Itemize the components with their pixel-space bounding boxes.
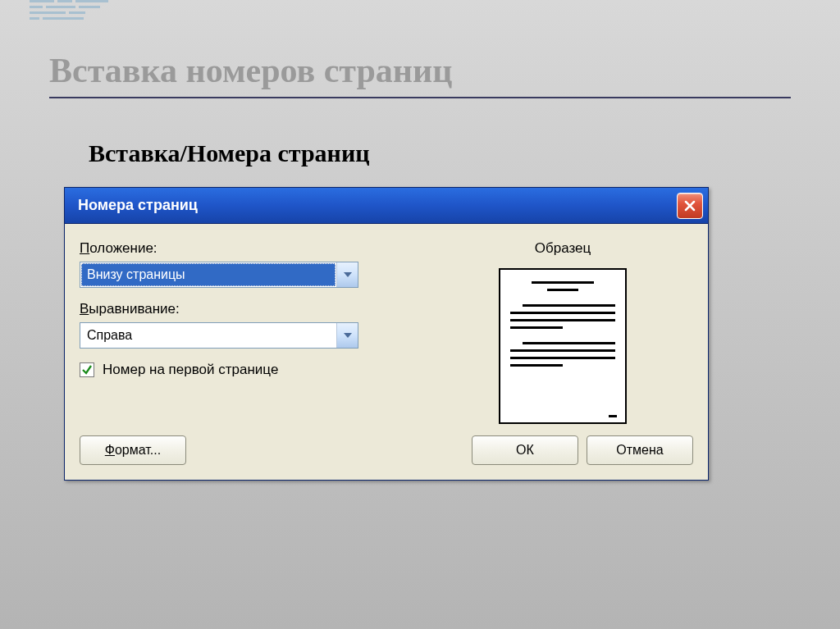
alignment-label: Выравнивание:: [80, 301, 383, 317]
ok-button[interactable]: ОК: [472, 435, 578, 465]
position-value: Внизу страницы: [81, 263, 336, 286]
slide-header: Вставка номеров страниц: [49, 51, 791, 98]
dialog-button-row: Формат... ОК Отмена: [80, 435, 693, 465]
first-page-checkbox[interactable]: [80, 362, 94, 377]
chevron-down-icon: [344, 272, 352, 277]
format-button[interactable]: Формат...: [80, 435, 186, 465]
dialog-title: Номера страниц: [70, 197, 677, 214]
alignment-value: Справа: [80, 323, 336, 348]
position-label: Положение:: [80, 240, 383, 257]
position-dropdown-arrow[interactable]: [336, 262, 358, 287]
preview-page: [499, 268, 627, 424]
right-column: Образец: [383, 240, 693, 424]
first-page-checkbox-row[interactable]: Номер на первой странице: [80, 362, 383, 378]
chevron-down-icon: [344, 333, 352, 338]
dialog-titlebar[interactable]: Номера страниц: [65, 188, 708, 224]
checkmark-icon: [81, 364, 93, 376]
first-page-checkbox-label: Номер на первой странице: [103, 362, 278, 378]
page-numbers-dialog: Номера страниц Положение: Внизу страницы…: [64, 187, 709, 481]
slide-divider: [49, 97, 791, 98]
alignment-dropdown-arrow[interactable]: [336, 323, 358, 348]
cancel-button[interactable]: Отмена: [587, 435, 693, 465]
decorative-header-lines: [30, 0, 120, 28]
left-column: Положение: Внизу страницы Выравнивание: …: [80, 240, 383, 424]
slide-subtitle: Вставка/Номера страниц: [89, 139, 369, 167]
position-combobox[interactable]: Внизу страницы: [80, 262, 358, 288]
preview-label: Образец: [535, 240, 591, 257]
close-icon: [684, 200, 696, 212]
alignment-combobox[interactable]: Справа: [80, 322, 358, 349]
dialog-body: Положение: Внизу страницы Выравнивание: …: [65, 224, 708, 440]
slide-title: Вставка номеров страниц: [49, 51, 791, 90]
close-button[interactable]: [677, 193, 703, 219]
